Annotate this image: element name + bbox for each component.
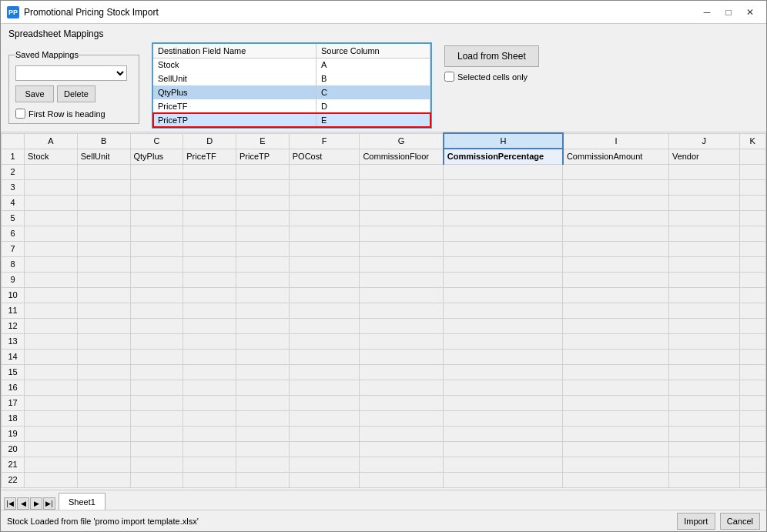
grid-cell-r22-c6[interactable]: [289, 472, 360, 487]
grid-cell-r4-c7[interactable]: [360, 195, 444, 210]
grid-cell-r8-c5[interactable]: [236, 256, 290, 272]
grid-cell-r22-c8[interactable]: [444, 472, 563, 487]
grid-cell-r3-c6[interactable]: [289, 179, 360, 195]
grid-cell-r22-c11[interactable]: [739, 472, 765, 487]
grid-cell-r1-c10[interactable]: Vendor: [668, 149, 739, 164]
grid-cell-r17-c9[interactable]: [563, 395, 669, 410]
grid-cell-r17-c7[interactable]: [360, 395, 444, 410]
grid-cell-r16-c5[interactable]: [236, 380, 290, 395]
grid-cell-r22-c2[interactable]: [77, 472, 130, 487]
grid-cell-r21-c6[interactable]: [289, 457, 360, 472]
grid-cell-r15-c8[interactable]: [444, 364, 563, 380]
grid-cell-r7-c4[interactable]: [183, 241, 236, 256]
grid-cell-r20-c4[interactable]: [183, 441, 236, 457]
grid-cell-r19-c2[interactable]: [77, 426, 130, 441]
grid-cell-r14-c8[interactable]: [444, 349, 563, 364]
grid-cell-r13-c7[interactable]: [360, 333, 444, 349]
grid-cell-r18-c4[interactable]: [183, 410, 236, 426]
grid-cell-r8-c8[interactable]: [444, 256, 563, 272]
grid-cell-r18-c3[interactable]: [130, 410, 183, 426]
grid-cell-r5-c8[interactable]: [444, 210, 563, 226]
grid-cell-r17-c6[interactable]: [289, 395, 360, 410]
grid-cell-r13-c11[interactable]: [739, 333, 765, 349]
grid-cell-r6-c5[interactable]: [236, 226, 290, 241]
grid-cell-r7-c5[interactable]: [236, 241, 290, 256]
grid-cell-r19-c8[interactable]: [444, 426, 563, 441]
row-number-1[interactable]: 1: [2, 149, 25, 164]
grid-cell-r5-c7[interactable]: [360, 210, 444, 226]
grid-cell-r16-c11[interactable]: [739, 380, 765, 395]
grid-cell-r17-c2[interactable]: [77, 395, 130, 410]
grid-cell-r10-c2[interactable]: [77, 287, 130, 303]
grid-cell-r11-c5[interactable]: [236, 303, 290, 318]
row-number-14[interactable]: 14: [2, 349, 25, 364]
grid-cell-r13-c10[interactable]: [668, 333, 739, 349]
grid-cell-r12-c6[interactable]: [289, 318, 360, 333]
grid-cell-r9-c6[interactable]: [289, 272, 360, 287]
grid-cell-r4-c5[interactable]: [236, 195, 290, 210]
row-number-9[interactable]: 9: [2, 272, 25, 287]
grid-cell-r5-c11[interactable]: [739, 210, 765, 226]
grid-cell-r4-c2[interactable]: [77, 195, 130, 210]
grid-cell-r22-c1[interactable]: [25, 472, 78, 487]
grid-cell-r11-c10[interactable]: [668, 303, 739, 318]
grid-cell-r17-c3[interactable]: [130, 395, 183, 410]
grid-cell-r6-c2[interactable]: [77, 226, 130, 241]
first-row-checkbox[interactable]: [15, 109, 25, 119]
row-number-6[interactable]: 6: [2, 226, 25, 241]
grid-cell-r15-c9[interactable]: [563, 364, 669, 380]
grid-cell-r16-c7[interactable]: [360, 380, 444, 395]
grid-cell-r6-c6[interactable]: [289, 226, 360, 241]
grid-cell-r22-c7[interactable]: [360, 472, 444, 487]
import-button[interactable]: Import: [677, 513, 715, 530]
grid-cell-r5-c5[interactable]: [236, 210, 290, 226]
grid-cell-r20-c10[interactable]: [668, 441, 739, 457]
grid-cell-r20-c8[interactable]: [444, 441, 563, 457]
grid-cell-r18-c10[interactable]: [668, 410, 739, 426]
grid-cell-r14-c7[interactable]: [360, 349, 444, 364]
grid-cell-r3-c3[interactable]: [130, 179, 183, 195]
grid-cell-r17-c10[interactable]: [668, 395, 739, 410]
grid-cell-r13-c3[interactable]: [130, 333, 183, 349]
row-number-15[interactable]: 15: [2, 364, 25, 380]
grid-cell-r17-c4[interactable]: [183, 395, 236, 410]
grid-cell-r15-c4[interactable]: [183, 364, 236, 380]
grid-cell-r2-c8[interactable]: [444, 164, 563, 179]
grid-cell-r22-c4[interactable]: [183, 472, 236, 487]
grid-cell-r9-c4[interactable]: [183, 272, 236, 287]
grid-cell-r10-c3[interactable]: [130, 287, 183, 303]
grid-cell-r9-c11[interactable]: [739, 272, 765, 287]
grid-cell-r7-c11[interactable]: [739, 241, 765, 256]
grid-cell-r18-c6[interactable]: [289, 410, 360, 426]
grid-cell-r6-c8[interactable]: [444, 226, 563, 241]
grid-cell-r20-c11[interactable]: [739, 441, 765, 457]
saved-mappings-select[interactable]: [15, 65, 127, 81]
save-button[interactable]: Save: [15, 85, 54, 102]
row-number-7[interactable]: 7: [2, 241, 25, 256]
grid-cell-r4-c3[interactable]: [130, 195, 183, 210]
grid-cell-r9-c1[interactable]: [25, 272, 78, 287]
row-number-19[interactable]: 19: [2, 426, 25, 441]
grid-cell-r14-c9[interactable]: [563, 349, 669, 364]
grid-cell-r12-c7[interactable]: [360, 318, 444, 333]
grid-cell-r4-c8[interactable]: [444, 195, 563, 210]
grid-cell-r7-c3[interactable]: [130, 241, 183, 256]
grid-cell-r20-c7[interactable]: [360, 441, 444, 457]
grid-cell-r9-c3[interactable]: [130, 272, 183, 287]
grid-cell-r21-c9[interactable]: [563, 457, 669, 472]
grid-cell-r5-c1[interactable]: [25, 210, 78, 226]
grid-cell-r13-c5[interactable]: [236, 333, 290, 349]
grid-cell-r4-c10[interactable]: [668, 195, 739, 210]
grid-cell-r18-c11[interactable]: [739, 410, 765, 426]
grid-cell-r11-c9[interactable]: [563, 303, 669, 318]
grid-cell-r6-c4[interactable]: [183, 226, 236, 241]
grid-cell-r12-c8[interactable]: [444, 318, 563, 333]
grid-cell-r16-c1[interactable]: [25, 380, 78, 395]
row-number-5[interactable]: 5: [2, 210, 25, 226]
grid-cell-r15-c1[interactable]: [25, 364, 78, 380]
grid-cell-r19-c11[interactable]: [739, 426, 765, 441]
grid-cell-r3-c8[interactable]: [444, 179, 563, 195]
grid-cell-r10-c6[interactable]: [289, 287, 360, 303]
mapping-table-row[interactable]: StockA: [153, 58, 430, 72]
grid-cell-r5-c3[interactable]: [130, 210, 183, 226]
